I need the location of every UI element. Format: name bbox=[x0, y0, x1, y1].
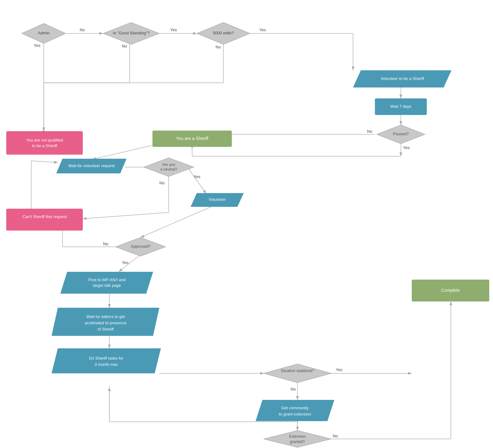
label-approved-yes: Yes bbox=[122, 260, 129, 265]
volunteer-sheriff-label: Volunteer to be a Sheriff bbox=[381, 76, 424, 81]
passed-label: Passed? bbox=[393, 132, 409, 136]
volunteer-label: Volunteer bbox=[209, 197, 226, 202]
getcommunity-label1: Get community bbox=[281, 406, 309, 410]
neutral-label1: Are you bbox=[162, 162, 175, 167]
label-approved-no: No bbox=[103, 241, 108, 246]
label-5000-no: No bbox=[216, 45, 221, 49]
arrow-neutral-no-cantsheriff bbox=[83, 212, 169, 219]
neutral-label2: a neutral? bbox=[160, 167, 177, 172]
goodstanding-label: In "Good Standing"? bbox=[113, 31, 150, 35]
cantsheriff-label: Can't Sheriff this request bbox=[22, 214, 67, 219]
getcommunity-shape[interactable] bbox=[256, 400, 334, 421]
label-admin-no: No bbox=[80, 27, 85, 32]
complete-label: Complete bbox=[441, 288, 460, 293]
situation-diamond bbox=[264, 364, 331, 383]
not-qualified-rect bbox=[6, 131, 83, 155]
edits-label: 5000 edits? bbox=[213, 31, 234, 35]
postwpani-label1: Post to WP:AN/I and bbox=[88, 277, 125, 282]
label-neutral-yes: Yes bbox=[194, 174, 201, 179]
not-qualified-label2: to be a Sheriff bbox=[32, 143, 57, 148]
postwpani-label2: target talk page bbox=[93, 283, 121, 288]
situation-label1: Situation stabilized? bbox=[281, 369, 314, 373]
sherifftasks-label1: Do Sheriff tasks for bbox=[89, 356, 124, 361]
label-neutral-no: No bbox=[159, 181, 165, 185]
admin-label: Admin bbox=[38, 31, 50, 35]
sherifftasks-label2: 3 month max bbox=[94, 362, 118, 367]
waiteditors-label3: of Sheriff bbox=[97, 327, 114, 331]
postwpani-shape[interactable] bbox=[60, 272, 153, 294]
label-goodstanding-yes: Yes bbox=[170, 27, 177, 32]
extension-label2: granted? bbox=[290, 440, 305, 444]
arrow-neutral-yes-volunteer bbox=[187, 167, 206, 194]
label-situation-no: No bbox=[291, 387, 296, 391]
cantsheriff-rect bbox=[6, 209, 83, 231]
arrow-cantsheriff-waitvol bbox=[31, 161, 58, 162]
waitvolunteer-label: Wait for volunteer request bbox=[68, 163, 115, 168]
label-passed-no: No bbox=[367, 129, 372, 134]
extension-label1: Extension bbox=[289, 434, 306, 439]
label-admin-yes: Yes bbox=[34, 43, 41, 48]
extension-diamond bbox=[264, 431, 331, 447]
sherifftasks-shape[interactable] bbox=[52, 348, 161, 373]
getcommunity-label2: to grant extension bbox=[279, 412, 311, 416]
arrow-volunteer-approved bbox=[141, 206, 212, 237]
youaresheriff-label: You are a Sheriff bbox=[176, 136, 208, 141]
waiteditors-label1: Wait for editors to get bbox=[86, 314, 125, 319]
label-goodstanding-no: No bbox=[122, 44, 127, 48]
wait7days-label: Wait 7 days bbox=[390, 104, 411, 109]
label-extension-no: No bbox=[333, 434, 338, 438]
label-passed-yes: Yes bbox=[403, 145, 410, 150]
label-5000-yes: Yes bbox=[259, 27, 266, 32]
label-situation-yes: Yes bbox=[336, 367, 343, 372]
approved-label: Approved? bbox=[131, 244, 151, 249]
waiteditors-label2: acclimated to presence bbox=[85, 321, 127, 325]
arrow-sheriff-waitvol bbox=[92, 144, 159, 159]
not-qualified-label: You are not qualified bbox=[26, 138, 63, 142]
